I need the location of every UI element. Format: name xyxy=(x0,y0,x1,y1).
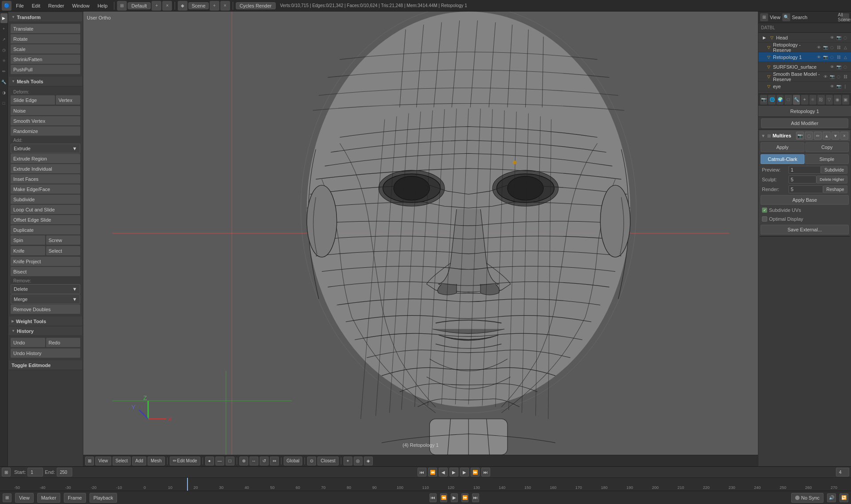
vp-add-btn[interactable]: Add xyxy=(132,457,146,465)
tool-knife[interactable]: Knife xyxy=(11,246,45,256)
scene-selector[interactable]: Scene xyxy=(188,2,208,9)
mode-uvs[interactable]: □ xyxy=(0,98,8,108)
props-world-icon[interactable]: 🌍 xyxy=(777,95,784,105)
vp-select-btn[interactable]: Select xyxy=(113,457,131,465)
rr-extra-icon[interactable]: ⛓ xyxy=(835,44,842,51)
modifier-up-btn[interactable]: ▲ xyxy=(823,132,831,140)
status-end-icon[interactable]: ⏭ xyxy=(472,493,479,502)
manipulate-rotate[interactable]: ↺ xyxy=(260,457,269,465)
sb-render-icon[interactable]: ◌ xyxy=(835,74,842,80)
tool-push-pull[interactable]: PushPull xyxy=(11,65,80,74)
edge-mode-btn[interactable]: — xyxy=(215,457,224,465)
rr-render-icon[interactable]: ◌ xyxy=(829,44,835,51)
tool-smooth-vertex[interactable]: Smooth Vertex xyxy=(11,116,80,126)
delete-higher-btn[interactable]: Delete Higher xyxy=(816,176,847,184)
status-start-icon[interactable]: ⏮ xyxy=(429,493,437,502)
tool-redo[interactable]: Redo xyxy=(46,338,81,348)
tool-undo-history[interactable]: Undo History xyxy=(11,348,80,358)
tool-offset-edge[interactable]: Offset Edge Slide xyxy=(11,215,80,225)
layout-icon[interactable]: ⊞ xyxy=(117,1,127,11)
copy-btn[interactable]: Copy xyxy=(805,142,849,152)
status-marker-btn[interactable]: Marker xyxy=(37,493,60,503)
tool-rotate[interactable]: Rotate xyxy=(11,34,80,44)
transform-space-btn[interactable]: Global xyxy=(284,457,303,465)
modifier-down-btn[interactable]: ▼ xyxy=(831,132,839,140)
tool-inset-faces[interactable]: Inset Faces xyxy=(11,174,80,184)
toggle-editmode-header[interactable]: Toggle Editmode xyxy=(9,360,82,370)
tool-knife-project[interactable]: Knife Project xyxy=(11,257,80,266)
vp-view-btn[interactable]: View xyxy=(95,457,111,465)
save-external-btn[interactable]: Save External... xyxy=(761,225,849,234)
tool-duplicate[interactable]: Duplicate xyxy=(11,225,80,235)
layout-selector[interactable]: Default xyxy=(128,2,151,9)
eye-camera-icon[interactable]: 📷 xyxy=(835,83,842,90)
r1-render-icon[interactable]: ◌ xyxy=(829,54,835,60)
rph-search[interactable]: 🔍 xyxy=(782,13,790,21)
end-frame-input[interactable]: 250 xyxy=(57,468,72,477)
engine-selector[interactable]: Cycles Render xyxy=(236,2,276,9)
menu-window[interactable]: Window xyxy=(69,2,93,9)
tool-spin[interactable]: Spin xyxy=(11,235,45,245)
apply-base-btn[interactable]: Apply Base xyxy=(761,195,849,205)
mesh-tools-section-header[interactable]: ▼ Mesh Tools xyxy=(9,77,82,86)
pivot-icon[interactable]: ⊙ xyxy=(307,457,316,465)
tool-shrink-fatten[interactable]: Shrink/Fatten xyxy=(11,55,80,64)
tool-make-edge-face[interactable]: Make Edge/Face xyxy=(11,184,80,194)
outliner-item-eye[interactable]: ▽ eye 👁 📷 | xyxy=(758,82,851,91)
apply-btn[interactable]: Apply xyxy=(761,142,804,152)
props-render-icon[interactable]: 📷 xyxy=(760,95,767,105)
rph-icon1[interactable]: ⊞ xyxy=(760,13,768,21)
proportional-btn[interactable]: ◎ xyxy=(354,457,363,465)
viewport-menu-icon[interactable]: ⊞ xyxy=(85,457,94,465)
prev-keyframe-btn[interactable]: ⏪ xyxy=(428,468,437,477)
r1-extra2-icon[interactable]: △ xyxy=(842,54,848,60)
history-section-header[interactable]: ▼ History xyxy=(9,326,82,336)
tool-slide-edge[interactable]: Slide Edge xyxy=(11,95,55,105)
pivot-btn[interactable]: Closest xyxy=(317,457,338,465)
tool-randomize[interactable]: Randomize xyxy=(11,126,80,136)
menu-help[interactable]: Help xyxy=(94,2,111,9)
start-frame-input[interactable]: 1 xyxy=(27,468,43,477)
modifier-header[interactable]: ▼ ⊞ Multires 📷 ◌ ✏ ▲ ▼ × xyxy=(759,130,850,141)
head-eye-icon[interactable]: 👁 xyxy=(829,35,835,41)
outliner-item-surfskio[interactable]: ▽ SURFSKIO_surface 👁 📷 ◌ xyxy=(758,62,851,72)
next-frame-btn[interactable]: ▶ xyxy=(460,468,469,477)
catmull-clark-btn[interactable]: Catmull-Clark xyxy=(761,154,804,164)
modifier-camera-btn[interactable]: 📷 xyxy=(796,132,804,140)
transform-section-header[interactable]: ▼ Transform xyxy=(9,12,82,22)
mode-physics[interactable]: ⚛ xyxy=(0,56,8,66)
jump-start-btn[interactable]: ⏮ xyxy=(418,468,426,477)
vertex-mode-btn[interactable]: ● xyxy=(205,457,214,465)
status-play-icon[interactable]: ▶ xyxy=(451,493,458,502)
mode-animation[interactable]: ◷ xyxy=(0,45,8,55)
rr-extra2-icon[interactable]: △ xyxy=(842,44,848,51)
menu-edit[interactable]: Edit xyxy=(28,2,44,9)
props-data-icon[interactable]: ▽ xyxy=(826,95,833,105)
tool-screw[interactable]: Screw xyxy=(46,235,81,245)
tool-loop-cut[interactable]: Loop Cut and Slide xyxy=(11,205,80,215)
sync-btn[interactable]: No Sync xyxy=(791,493,824,503)
modifier-render-btn[interactable]: ◌ xyxy=(805,132,813,140)
subdivide-uvs-checkbox[interactable]: ✓ xyxy=(762,207,767,213)
tool-translate[interactable]: Translate xyxy=(11,24,80,34)
tool-bisect[interactable]: Bisect xyxy=(11,267,80,277)
sb-extra-icon[interactable]: ⛓ xyxy=(842,74,848,80)
jump-end-btn[interactable]: ⏭ xyxy=(481,468,490,477)
tool-remove-doubles[interactable]: Remove Doubles xyxy=(11,305,80,314)
r1-camera-icon[interactable]: 📷 xyxy=(822,54,828,60)
manipulator-btn[interactable]: ⊕ xyxy=(239,457,248,465)
rr-eye-icon[interactable]: 👁 xyxy=(816,44,822,51)
manipulate-translate[interactable]: ↔ xyxy=(250,457,258,465)
merge-dropdown[interactable]: Merge ▼ xyxy=(11,294,80,304)
sculpt-input[interactable]: 5 xyxy=(789,176,816,184)
3d-viewport[interactable]: User Ortho xyxy=(83,12,758,455)
next-keyframe-btn[interactable]: ⏩ xyxy=(471,468,480,477)
props-constraints-icon[interactable]: ⛓ xyxy=(817,95,824,105)
tool-extrude-individual[interactable]: Extrude Individual xyxy=(11,164,80,174)
scene-close-icon[interactable]: × xyxy=(220,1,230,11)
weight-tools-section-header[interactable]: ▶ Weight Tools xyxy=(9,316,82,326)
scene-icon[interactable]: ◆ xyxy=(178,1,187,11)
head-camera-icon[interactable]: 📷 xyxy=(835,35,842,41)
simple-btn[interactable]: Simple xyxy=(805,154,849,164)
status-view-btn[interactable]: View xyxy=(15,493,34,503)
